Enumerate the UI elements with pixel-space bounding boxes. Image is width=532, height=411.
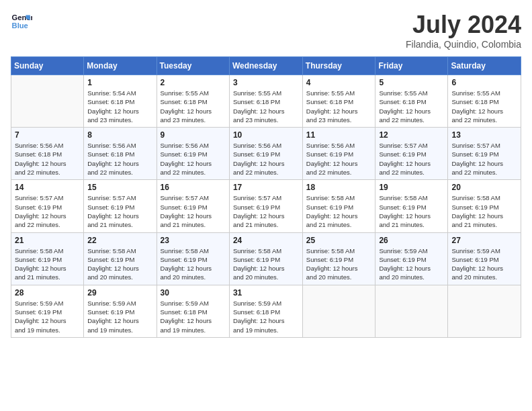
calendar-day-cell: 6Sunrise: 5:55 AM Sunset: 6:18 PM Daylig…	[448, 75, 521, 128]
calendar-day-cell: 21Sunrise: 5:58 AM Sunset: 6:19 PM Dayli…	[11, 232, 84, 285]
day-number: 4	[306, 78, 372, 87]
day-number: 20	[451, 183, 517, 192]
day-info: Sunrise: 5:57 AM Sunset: 6:19 PM Dayligh…	[161, 193, 226, 229]
calendar-day-cell: 7Sunrise: 5:56 AM Sunset: 6:18 PM Daylig…	[11, 128, 84, 180]
day-info: Sunrise: 5:58 AM Sunset: 6:19 PM Dayligh…	[306, 246, 372, 282]
day-number: 14	[15, 183, 80, 192]
weekday-header: Sunday	[11, 57, 84, 75]
calendar-day-cell: 8Sunrise: 5:56 AM Sunset: 6:18 PM Daylig…	[84, 128, 157, 180]
day-info: Sunrise: 5:56 AM Sunset: 6:19 PM Dayligh…	[306, 141, 372, 177]
calendar-day-cell: 20Sunrise: 5:58 AM Sunset: 6:19 PM Dayli…	[448, 180, 521, 232]
day-info: Sunrise: 5:59 AM Sunset: 6:18 PM Dayligh…	[161, 299, 226, 334]
day-info: Sunrise: 5:59 AM Sunset: 6:19 PM Dayligh…	[451, 246, 517, 282]
calendar-day-cell: 19Sunrise: 5:58 AM Sunset: 6:19 PM Dayli…	[375, 180, 448, 232]
calendar-day-cell: 25Sunrise: 5:58 AM Sunset: 6:19 PM Dayli…	[302, 232, 375, 285]
day-info: Sunrise: 5:57 AM Sunset: 6:19 PM Dayligh…	[87, 193, 152, 229]
day-number: 13	[451, 130, 517, 140]
calendar-day-cell: 10Sunrise: 5:56 AM Sunset: 6:19 PM Dayli…	[229, 128, 302, 180]
calendar-week-row: 14Sunrise: 5:57 AM Sunset: 6:19 PM Dayli…	[11, 180, 521, 232]
calendar-day-cell: 18Sunrise: 5:58 AM Sunset: 6:19 PM Dayli…	[302, 180, 375, 232]
calendar-day-cell: 24Sunrise: 5:58 AM Sunset: 6:19 PM Dayli…	[229, 232, 302, 285]
calendar-week-row: 28Sunrise: 5:59 AM Sunset: 6:19 PM Dayli…	[11, 285, 521, 337]
day-number: 11	[306, 130, 372, 140]
calendar-day-cell: 29Sunrise: 5:59 AM Sunset: 6:19 PM Dayli…	[84, 285, 157, 337]
calendar-day-cell: 15Sunrise: 5:57 AM Sunset: 6:19 PM Dayli…	[84, 180, 157, 232]
weekday-header-row: SundayMondayTuesdayWednesdayThursdayFrid…	[11, 57, 521, 75]
calendar-day-cell: 5Sunrise: 5:55 AM Sunset: 6:18 PM Daylig…	[375, 75, 448, 128]
day-info: Sunrise: 5:58 AM Sunset: 6:19 PM Dayligh…	[379, 193, 444, 229]
calendar-day-cell: 4Sunrise: 5:55 AM Sunset: 6:18 PM Daylig…	[302, 75, 375, 128]
day-number: 9	[161, 130, 226, 140]
day-number: 10	[233, 130, 299, 140]
page-header: General Blue July 2024 Filandia, Quindio…	[11, 11, 521, 50]
day-number: 22	[87, 236, 152, 245]
calendar-day-cell: 14Sunrise: 5:57 AM Sunset: 6:19 PM Dayli…	[11, 180, 84, 232]
day-number: 19	[379, 183, 444, 192]
calendar-day-cell: 2Sunrise: 5:55 AM Sunset: 6:18 PM Daylig…	[157, 75, 229, 128]
calendar-table: SundayMondayTuesdayWednesdayThursdayFrid…	[11, 56, 521, 338]
day-number: 26	[379, 236, 444, 245]
day-info: Sunrise: 5:54 AM Sunset: 6:18 PM Dayligh…	[87, 89, 152, 124]
calendar-day-cell: 16Sunrise: 5:57 AM Sunset: 6:19 PM Dayli…	[157, 180, 229, 232]
day-info: Sunrise: 5:56 AM Sunset: 6:19 PM Dayligh…	[233, 141, 299, 177]
day-info: Sunrise: 5:58 AM Sunset: 6:19 PM Dayligh…	[15, 246, 80, 282]
day-number: 29	[87, 288, 152, 298]
calendar-week-row: 7Sunrise: 5:56 AM Sunset: 6:18 PM Daylig…	[11, 128, 521, 180]
day-number: 1	[87, 78, 152, 87]
location: Filandia, Quindio, Colombia	[406, 39, 521, 50]
day-info: Sunrise: 5:58 AM Sunset: 6:19 PM Dayligh…	[87, 246, 152, 282]
day-number: 2	[161, 78, 226, 87]
calendar-day-cell: 11Sunrise: 5:56 AM Sunset: 6:19 PM Dayli…	[302, 128, 375, 180]
day-info: Sunrise: 5:55 AM Sunset: 6:18 PM Dayligh…	[233, 89, 299, 124]
day-number: 15	[87, 183, 152, 192]
calendar-day-cell: 28Sunrise: 5:59 AM Sunset: 6:19 PM Dayli…	[11, 285, 84, 337]
day-info: Sunrise: 5:56 AM Sunset: 6:18 PM Dayligh…	[15, 141, 80, 177]
calendar-day-cell: 3Sunrise: 5:55 AM Sunset: 6:18 PM Daylig…	[229, 75, 302, 128]
day-info: Sunrise: 5:57 AM Sunset: 6:19 PM Dayligh…	[15, 193, 80, 229]
weekday-header: Tuesday	[157, 57, 229, 75]
calendar-day-cell: 30Sunrise: 5:59 AM Sunset: 6:18 PM Dayli…	[157, 285, 229, 337]
day-info: Sunrise: 5:56 AM Sunset: 6:18 PM Dayligh…	[87, 141, 152, 177]
day-info: Sunrise: 5:58 AM Sunset: 6:19 PM Dayligh…	[233, 246, 299, 282]
calendar-day-cell: 22Sunrise: 5:58 AM Sunset: 6:19 PM Dayli…	[84, 232, 157, 285]
day-info: Sunrise: 5:58 AM Sunset: 6:19 PM Dayligh…	[306, 193, 372, 229]
day-info: Sunrise: 5:55 AM Sunset: 6:18 PM Dayligh…	[379, 89, 444, 124]
day-number: 28	[15, 288, 80, 298]
month-title: July 2024	[406, 11, 521, 39]
day-number: 18	[306, 183, 372, 192]
calendar-week-row: 1Sunrise: 5:54 AM Sunset: 6:18 PM Daylig…	[11, 75, 521, 128]
day-info: Sunrise: 5:59 AM Sunset: 6:19 PM Dayligh…	[87, 299, 152, 334]
calendar-day-cell	[302, 285, 375, 337]
day-number: 30	[161, 288, 226, 298]
weekday-header: Thursday	[302, 57, 375, 75]
day-info: Sunrise: 5:55 AM Sunset: 6:18 PM Dayligh…	[306, 89, 372, 124]
calendar-day-cell	[375, 285, 448, 337]
day-number: 7	[15, 130, 80, 140]
day-info: Sunrise: 5:57 AM Sunset: 6:19 PM Dayligh…	[379, 141, 444, 177]
weekday-header: Wednesday	[229, 57, 302, 75]
day-info: Sunrise: 5:59 AM Sunset: 6:19 PM Dayligh…	[379, 246, 444, 282]
calendar-day-cell: 27Sunrise: 5:59 AM Sunset: 6:19 PM Dayli…	[448, 232, 521, 285]
weekday-header: Saturday	[448, 57, 521, 75]
logo: General Blue	[11, 11, 32, 32]
day-number: 5	[379, 78, 444, 87]
day-number: 8	[87, 130, 152, 140]
day-info: Sunrise: 5:58 AM Sunset: 6:19 PM Dayligh…	[451, 193, 517, 229]
day-number: 23	[161, 236, 226, 245]
calendar-day-cell: 1Sunrise: 5:54 AM Sunset: 6:18 PM Daylig…	[84, 75, 157, 128]
day-number: 17	[233, 183, 299, 192]
day-info: Sunrise: 5:58 AM Sunset: 6:19 PM Dayligh…	[161, 246, 226, 282]
day-info: Sunrise: 5:56 AM Sunset: 6:19 PM Dayligh…	[161, 141, 226, 177]
calendar-week-row: 21Sunrise: 5:58 AM Sunset: 6:19 PM Dayli…	[11, 232, 521, 285]
calendar-day-cell: 12Sunrise: 5:57 AM Sunset: 6:19 PM Dayli…	[375, 128, 448, 180]
day-number: 31	[233, 288, 299, 298]
calendar-day-cell	[448, 285, 521, 337]
day-info: Sunrise: 5:55 AM Sunset: 6:18 PM Dayligh…	[451, 89, 517, 124]
day-info: Sunrise: 5:57 AM Sunset: 6:19 PM Dayligh…	[451, 141, 517, 177]
day-number: 27	[451, 236, 517, 245]
calendar-day-cell: 26Sunrise: 5:59 AM Sunset: 6:19 PM Dayli…	[375, 232, 448, 285]
calendar-day-cell: 17Sunrise: 5:57 AM Sunset: 6:19 PM Dayli…	[229, 180, 302, 232]
day-number: 3	[233, 78, 299, 87]
day-number: 24	[233, 236, 299, 245]
day-info: Sunrise: 5:57 AM Sunset: 6:19 PM Dayligh…	[233, 193, 299, 229]
